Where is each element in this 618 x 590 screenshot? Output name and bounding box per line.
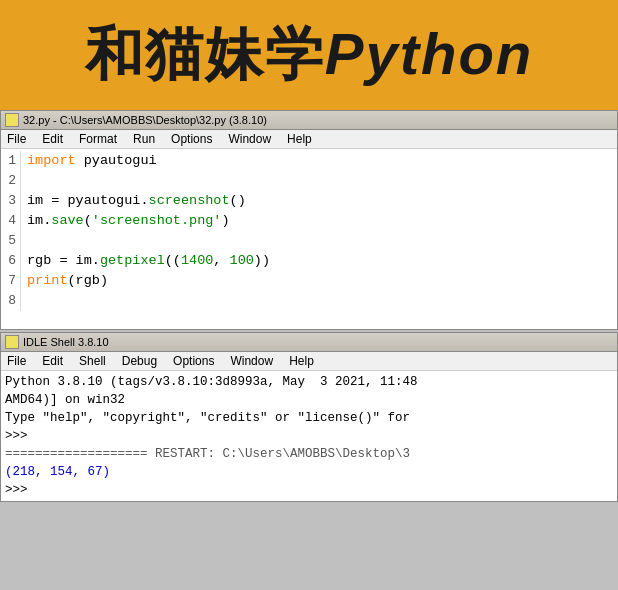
banner-en-text: Python xyxy=(325,21,534,86)
code-line-1: 1 import pyautogui xyxy=(1,151,617,171)
shell-menu-options[interactable]: Options xyxy=(169,353,218,369)
code-editor[interactable]: 1 import pyautogui 2 3 im = pyautogui.sc… xyxy=(1,149,617,313)
code-line-7: 7 print(rgb) xyxy=(1,271,617,291)
shell-window-icon xyxy=(5,335,19,349)
editor-title-text: 32.py - C:\Users\AMOBBS\Desktop\32.py (3… xyxy=(23,114,267,126)
shell-line-6: (218, 154, 67) xyxy=(5,463,613,481)
editor-menu-edit[interactable]: Edit xyxy=(38,131,67,147)
shell-menu-debug[interactable]: Debug xyxy=(118,353,161,369)
shell-line-3: Type "help", "copyright", "credits" or "… xyxy=(5,409,613,427)
editor-menu-format[interactable]: Format xyxy=(75,131,121,147)
code-line-3: 3 im = pyautogui.screenshot() xyxy=(1,191,617,211)
editor-menu-window[interactable]: Window xyxy=(224,131,275,147)
editor-window-icon xyxy=(5,113,19,127)
shell-menu-bar[interactable]: File Edit Shell Debug Options Window Hel… xyxy=(1,352,617,371)
code-line-6: 6 rgb = im.getpixel((1400, 100)) xyxy=(1,251,617,271)
shell-output[interactable]: Python 3.8.10 (tags/v3.8.10:3d8993a, May… xyxy=(1,371,617,501)
shell-menu-file[interactable]: File xyxy=(3,353,30,369)
shell-line-4: >>> xyxy=(5,427,613,445)
banner-cn-text: 和猫妹学 xyxy=(85,21,325,86)
shell-title-bar: IDLE Shell 3.8.10 xyxy=(1,333,617,352)
shell-line-5: =================== RESTART: C:\Users\AM… xyxy=(5,445,613,463)
shell-menu-edit[interactable]: Edit xyxy=(38,353,67,369)
shell-line-1: Python 3.8.10 (tags/v3.8.10:3d8993a, May… xyxy=(5,373,613,391)
shell-menu-help[interactable]: Help xyxy=(285,353,318,369)
shell-line-2: AMD64)] on win32 xyxy=(5,391,613,409)
editor-menu-run[interactable]: Run xyxy=(129,131,159,147)
shell-menu-shell[interactable]: Shell xyxy=(75,353,110,369)
shell-line-7: >>> xyxy=(5,481,613,499)
code-line-2: 2 xyxy=(1,171,617,191)
banner: 和猫妹学Python xyxy=(0,0,618,110)
shell-menu-window[interactable]: Window xyxy=(226,353,277,369)
editor-menu-bar[interactable]: File Edit Format Run Options Window Help xyxy=(1,130,617,149)
code-line-4: 4 im.save('screenshot.png') xyxy=(1,211,617,231)
editor-window: 32.py - C:\Users\AMOBBS\Desktop\32.py (3… xyxy=(0,110,618,330)
banner-title: 和猫妹学Python xyxy=(85,16,534,94)
editor-menu-file[interactable]: File xyxy=(3,131,30,147)
code-line-8: 8 xyxy=(1,291,617,311)
code-line-5: 5 xyxy=(1,231,617,251)
editor-title-bar: 32.py - C:\Users\AMOBBS\Desktop\32.py (3… xyxy=(1,111,617,130)
editor-menu-help[interactable]: Help xyxy=(283,131,316,147)
editor-menu-options[interactable]: Options xyxy=(167,131,216,147)
shell-window: IDLE Shell 3.8.10 File Edit Shell Debug … xyxy=(0,332,618,502)
shell-title-text: IDLE Shell 3.8.10 xyxy=(23,336,109,348)
